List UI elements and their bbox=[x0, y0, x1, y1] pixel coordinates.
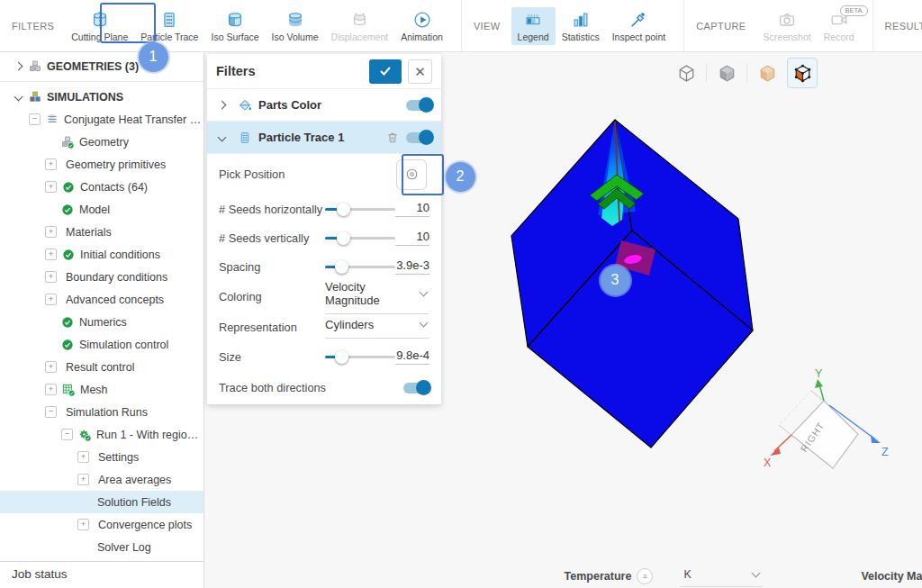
filters-panel: Filters ✕ Parts ColorParticle Trace 1Pic… bbox=[207, 54, 441, 404]
divider bbox=[746, 64, 747, 82]
tree-item-conjugate-heat-transfer-v2-0[interactable]: −Conjugate Heat Transfer v2.0 bbox=[0, 108, 203, 131]
inspect-point-button[interactable]: Inspect point bbox=[606, 7, 673, 45]
coloring-select[interactable]: Velocity Magnitude bbox=[325, 278, 429, 314]
slider-handle[interactable] bbox=[337, 203, 350, 216]
tree-item-label: Materials bbox=[66, 226, 112, 239]
orientation-gizmo[interactable]: RIGHT X Y Z bbox=[764, 367, 889, 469]
expand-icon[interactable]: + bbox=[45, 158, 57, 170]
tree-item-boundary-conditions[interactable]: +Boundary conditions bbox=[0, 266, 203, 288]
tree-item-simulation-runs[interactable]: −Simulation Runs bbox=[0, 401, 203, 423]
gizmo-right-face[interactable] bbox=[791, 401, 858, 468]
pick-position-button[interactable] bbox=[396, 159, 427, 190]
animation-button[interactable]: Animation bbox=[394, 7, 449, 45]
expand-icon[interactable]: + bbox=[45, 361, 57, 373]
wireframe-view-button[interactable] bbox=[671, 58, 701, 88]
slider-handle[interactable] bbox=[337, 231, 350, 245]
tree-item-solution-fields[interactable]: Solution Fields bbox=[0, 491, 203, 513]
expand-icon[interactable]: + bbox=[45, 249, 57, 260]
sidebar-tree: GEOMETRIES (3)SIMULATIONS−Conjugate Heat… bbox=[0, 51, 204, 561]
chevron-down-icon[interactable] bbox=[216, 132, 227, 143]
collapse-icon[interactable]: − bbox=[29, 113, 41, 125]
tree-item-solver-log[interactable]: Solver Log bbox=[0, 536, 203, 558]
filter-section-parts-color[interactable]: Parts Color bbox=[207, 89, 441, 122]
legend-temperature: Temperature≡K293310326.9343.9360.9377.9 bbox=[521, 565, 806, 588]
apply-filters-button[interactable] bbox=[369, 59, 402, 84]
tree-item-numerics[interactable]: Numerics bbox=[0, 311, 203, 333]
legend-button[interactable]: Legend bbox=[511, 7, 556, 45]
expand-icon[interactable]: + bbox=[77, 519, 89, 530]
spacing-slider[interactable] bbox=[325, 266, 395, 268]
annotation-marker-2: 2 bbox=[446, 162, 475, 192]
particle-trace-icon bbox=[159, 10, 179, 30]
representation-select[interactable]: Cylinders bbox=[325, 316, 429, 339]
close-filters-button[interactable]: ✕ bbox=[408, 59, 432, 84]
tree-item-label: Run 1 - With region r... bbox=[96, 429, 203, 441]
expand-icon[interactable]: + bbox=[77, 451, 89, 463]
tree-item-label: Convergence plots bbox=[98, 519, 192, 531]
expand-icon[interactable]: + bbox=[45, 294, 57, 305]
slider-handle[interactable] bbox=[335, 260, 348, 274]
particle-trace-1-toggle[interactable] bbox=[406, 132, 432, 143]
job-status-label: Job status bbox=[12, 567, 68, 581]
expand-icon[interactable]: + bbox=[45, 384, 57, 395]
tree-item-model[interactable]: Model bbox=[0, 198, 203, 221]
chevron-right-icon[interactable] bbox=[216, 100, 227, 111]
tree-item-simulations[interactable]: SIMULATIONS bbox=[0, 86, 203, 108]
particle-trace-button[interactable]: Particle Trace bbox=[134, 7, 204, 45]
tree-item-result-control[interactable]: +Result control bbox=[0, 356, 203, 378]
spacing-value-field[interactable]: 3.9e-3 bbox=[395, 258, 429, 275]
seeds-vertically-value-field[interactable]: 10 bbox=[395, 230, 429, 246]
chevron-right-icon[interactable] bbox=[13, 61, 23, 72]
tree-item-materials[interactable]: +Materials bbox=[0, 221, 203, 243]
size-slider[interactable] bbox=[325, 356, 395, 358]
tree-item-run-1-with-region-r[interactable]: −Run 1 - With region r... bbox=[0, 423, 203, 446]
cutting-plane-button[interactable]: Cutting Plane bbox=[65, 7, 134, 45]
parts-color-toggle[interactable] bbox=[406, 100, 432, 111]
toolbar-section-filters: FILTERSCutting PlaneParticle TraceIso Su… bbox=[0, 0, 461, 51]
toolbar-item-label: Record bbox=[824, 32, 854, 42]
toolbar-section-result: RESULTResetDownload bbox=[872, 0, 922, 51]
tree-item-convergence-plots[interactable]: +Convergence plots bbox=[0, 513, 203, 536]
slider-handle[interactable] bbox=[335, 350, 348, 364]
expand-icon[interactable]: + bbox=[77, 474, 89, 485]
solid-edges-view-button[interactable] bbox=[787, 58, 818, 88]
iso-volume-button[interactable]: Iso Volume bbox=[266, 7, 325, 45]
tree-item-area-averages[interactable]: +Area averages bbox=[0, 468, 203, 491]
filters-panel-rows: Parts ColorParticle Trace 1Pick Position… bbox=[207, 89, 441, 404]
tree-item-mesh[interactable]: +Mesh bbox=[0, 378, 203, 401]
solid-cube-icon bbox=[718, 64, 737, 83]
solid-view-button[interactable] bbox=[711, 58, 742, 88]
filter-section-particle-trace-1[interactable]: Particle Trace 1 bbox=[207, 122, 441, 154]
tree-item-initial-conditions[interactable]: +Initial conditions bbox=[0, 243, 203, 266]
expand-icon[interactable]: + bbox=[45, 226, 57, 238]
gizmo-axis-y-label: Y bbox=[815, 367, 823, 380]
seeds-vertically-slider[interactable] bbox=[325, 237, 395, 240]
chevron-down-icon[interactable] bbox=[13, 92, 23, 103]
tree-item-geometry[interactable]: Geometry bbox=[0, 131, 203, 153]
expand-icon[interactable]: + bbox=[45, 181, 57, 193]
toolbar-item-label: Iso Volume bbox=[272, 32, 319, 42]
tree-item-geometries-3[interactable]: GEOMETRIES (3) bbox=[0, 51, 203, 82]
collapse-icon[interactable]: − bbox=[61, 429, 73, 440]
seeds-horizontally-value-field[interactable]: 10 bbox=[395, 201, 429, 217]
tree-item-settings[interactable]: +Settings bbox=[0, 446, 203, 468]
delete-filter-button[interactable] bbox=[385, 131, 400, 145]
tree-item-contacts-64[interactable]: +Contacts (64) bbox=[0, 176, 203, 198]
tree-item-advanced-concepts[interactable]: +Advanced concepts bbox=[0, 288, 203, 311]
transparent-view-button[interactable] bbox=[752, 58, 782, 88]
statistics-button[interactable]: Statistics bbox=[556, 7, 606, 45]
field-label: Trace both directions bbox=[219, 381, 403, 394]
trace-both-directions-toggle[interactable] bbox=[403, 383, 429, 394]
expand-icon[interactable]: + bbox=[45, 271, 57, 283]
animation-icon bbox=[412, 10, 432, 30]
tree-item-simulation-control[interactable]: Simulation control bbox=[0, 333, 203, 356]
legend-unit-select[interactable]: K bbox=[680, 566, 763, 587]
size-value-field[interactable]: 9.8e-4 bbox=[395, 348, 429, 365]
seeds-horizontally-slider[interactable] bbox=[325, 208, 395, 211]
iso-surface-button[interactable]: Iso Surface bbox=[204, 7, 265, 45]
tree-item-geometry-primitives[interactable]: +Geometry primitives bbox=[0, 153, 203, 176]
check-icon bbox=[60, 338, 75, 352]
job-status-panel[interactable]: Job status bbox=[0, 561, 204, 588]
collapse-icon[interactable]: − bbox=[45, 406, 57, 418]
legend-menu-button[interactable]: ≡ bbox=[637, 568, 653, 584]
